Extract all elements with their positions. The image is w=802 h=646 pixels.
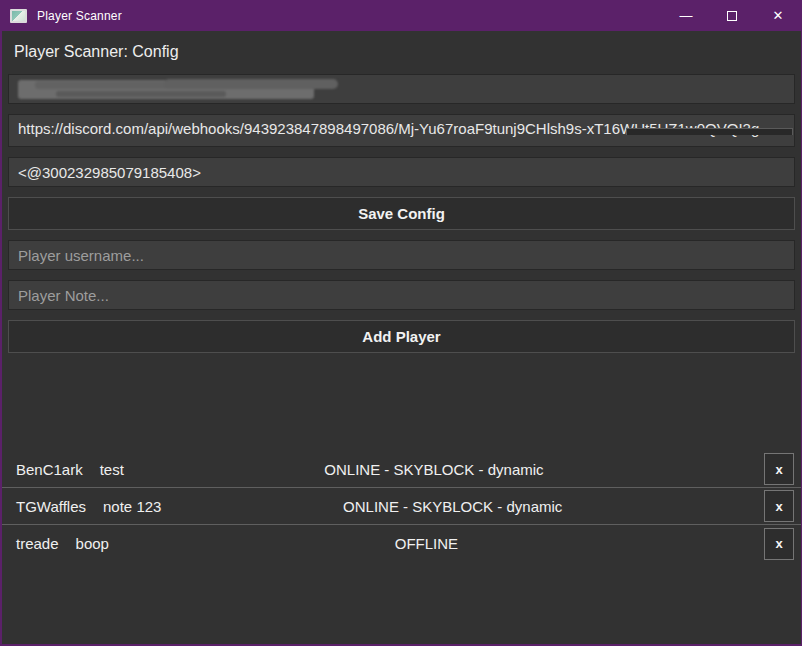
spacer [8,363,795,451]
remove-player-button[interactable]: x [764,490,794,522]
mention-input[interactable] [8,157,795,187]
player-name: treade [16,535,59,552]
minimize-button[interactable]: — [663,0,709,31]
main-content: Player Scanner: Config Save Config Add P… [2,31,801,562]
titlebar[interactable]: Player Scanner — ✕ [2,0,801,31]
player-name: BenC1ark [16,461,83,478]
webhook-horizontal-scrollbar-thumb[interactable] [626,128,793,135]
save-config-button[interactable]: Save Config [8,197,795,230]
close-button[interactable]: ✕ [755,0,801,31]
window-title: Player Scanner [37,9,122,23]
player-row: BenC1ark test ONLINE - SKYBLOCK - dynami… [2,451,801,488]
player-username-input[interactable] [8,240,795,270]
player-row: treade boop OFFLINE x [2,525,801,562]
player-row: TGWaffles note 123 ONLINE - SKYBLOCK - d… [2,488,801,525]
player-note: test [100,461,124,478]
app-icon-image [12,11,25,21]
player-name: TGWaffles [16,498,86,515]
player-note: note 123 [103,498,161,515]
webhook-url-field-wrap [8,114,795,147]
redacted-api-key-value [18,80,314,99]
close-icon: ✕ [773,8,784,23]
add-player-button[interactable]: Add Player [8,320,795,353]
maximize-icon [727,11,737,21]
remove-player-button[interactable]: x [764,453,794,485]
player-status: ONLINE - SKYBLOCK - dynamic [124,461,764,478]
window-controls: — ✕ [663,0,801,31]
player-list: BenC1ark test ONLINE - SKYBLOCK - dynami… [2,451,801,562]
player-note-input[interactable] [8,280,795,310]
api-key-field[interactable] [8,74,795,104]
player-status: OFFLINE [109,535,764,552]
minimize-icon: — [680,8,693,23]
player-note: boop [76,535,109,552]
player-status: ONLINE - SKYBLOCK - dynamic [161,498,764,515]
maximize-button[interactable] [709,0,755,31]
player-scanner-window: Player Scanner — ✕ Player Scanner: Confi… [0,0,802,646]
app-icon [10,9,27,23]
page-title: Player Scanner: Config [8,31,795,74]
remove-player-button[interactable]: x [764,528,794,560]
